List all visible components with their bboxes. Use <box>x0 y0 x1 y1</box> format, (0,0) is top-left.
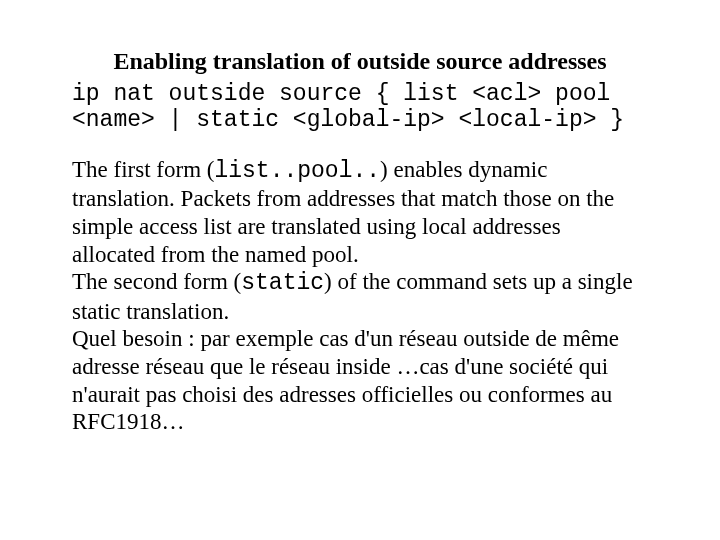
command-syntax: ip nat outside source { list <acl> pool … <box>72 81 648 134</box>
p1-lead: The first form ( <box>72 157 214 182</box>
paragraph-1: The first form (list..pool..) enables dy… <box>72 156 648 268</box>
p1-code: list..pool.. <box>214 158 380 184</box>
p2-code: static <box>241 270 324 296</box>
page-title: Enabling translation of outside source a… <box>72 48 648 75</box>
p2-lead: The second form ( <box>72 269 241 294</box>
paragraph-3: Quel besoin : par exemple cas d'un résea… <box>72 325 648 435</box>
body-text: The first form (list..pool..) enables dy… <box>72 156 648 436</box>
document-page: Enabling translation of outside source a… <box>0 0 720 436</box>
paragraph-2: The second form (static) of the command … <box>72 268 648 325</box>
